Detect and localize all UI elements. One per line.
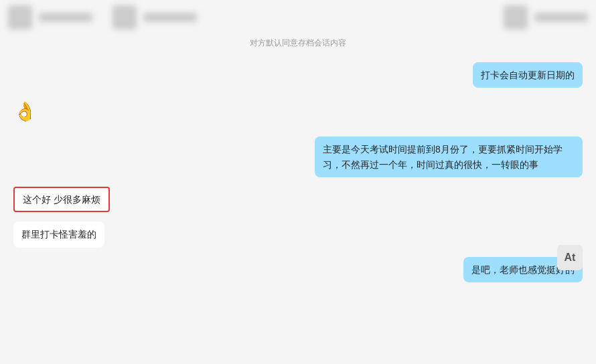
bubble-3: 主要是今天考试时间提前到8月份了，更要抓紧时间开始学习，不然再过一个年，时间过真… [315, 136, 583, 177]
message-text-2: 👌 [13, 101, 37, 122]
bubble-1: 打卡会自动更新日期的 [473, 62, 583, 88]
message-6: 是吧，老师也感觉挺好的 [13, 257, 583, 282]
message-text-4: 这个好 少很多麻烦 [23, 194, 100, 205]
bubble-2: 👌 [13, 97, 37, 127]
bubble-4-highlight: 这个好 少很多麻烦 [13, 187, 110, 212]
message-1: 打卡会自动更新日期的 [13, 62, 583, 88]
at-button-label: At [565, 252, 576, 264]
message-text-5: 群里打卡怪害羞的 [21, 229, 96, 240]
name3 [534, 13, 588, 22]
message-4: 这个好 少很多麻烦 [13, 187, 583, 212]
message-text-1: 打卡会自动更新日期的 [481, 70, 575, 80]
message-3: 主要是今天考试时间提前到8月份了，更要抓紧时间开始学习，不然再过一个年，时间过真… [13, 136, 583, 177]
name2 [143, 13, 197, 22]
avatar1 [8, 5, 32, 29]
at-button[interactable]: At [557, 245, 583, 270]
archive-notice-text: 对方默认同意存档会话内容 [250, 38, 346, 48]
bubble-5: 群里打卡怪害羞的 [13, 221, 104, 247]
name1 [39, 13, 92, 22]
message-5: 群里打卡怪害羞的 [13, 221, 583, 247]
avatar3 [504, 5, 528, 29]
message-text-3: 主要是今天考试时间提前到8月份了，更要抓紧时间开始学习，不然再过一个年，时间过真… [323, 144, 563, 169]
message-2: 👌 [13, 97, 583, 127]
chat-area: 打卡会自动更新日期的 👌 主要是今天考试时间提前到8月份了，更要抓紧时间开始学习… [0, 56, 596, 289]
archive-notice: 对方默认同意存档会话内容 [0, 35, 596, 56]
top-bar [0, 0, 596, 35]
avatar2 [113, 5, 137, 29]
